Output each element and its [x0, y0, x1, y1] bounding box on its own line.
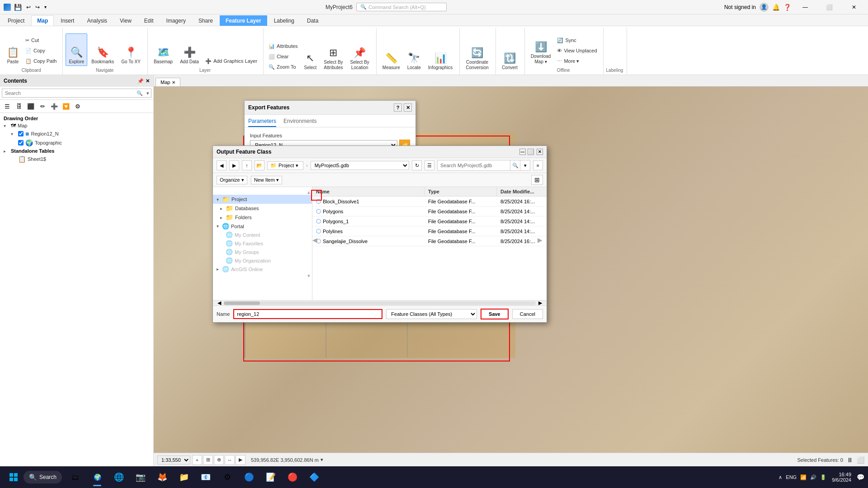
- add-data-button[interactable]: ➕ Add Data: [177, 33, 202, 66]
- grid-view-btn[interactable]: ⊞: [531, 175, 543, 185]
- dialog-minimize-btn[interactable]: —: [519, 149, 526, 155]
- taskbar-chevron-icon[interactable]: ∧: [778, 474, 782, 480]
- add-map-tool[interactable]: +: [192, 455, 202, 465]
- taskbar-item-mail[interactable]: 📧: [196, 467, 216, 487]
- explore-button[interactable]: 🔍 Explore: [66, 33, 87, 66]
- quick-access-save[interactable]: 💾: [13, 3, 23, 12]
- taskbar-clock[interactable]: 16:49 9/6/2024: [832, 472, 851, 483]
- minimize-button[interactable]: —: [795, 0, 816, 14]
- taskbar-item-firefox[interactable]: 🦊: [152, 467, 172, 487]
- cancel-button[interactable]: Cancel: [512, 309, 543, 319]
- status-expand-btn[interactable]: ⬜: [857, 456, 864, 464]
- layer-item-sheet1[interactable]: 📋 Sheet1$: [2, 155, 151, 164]
- taskbar-item-app2[interactable]: 🔵: [239, 467, 259, 487]
- copy-path-button[interactable]: 📋 Copy Path: [23, 56, 59, 66]
- tree-item-my-groups[interactable]: 🌐 My Groups: [213, 248, 312, 256]
- paste-button[interactable]: 📋 Paste: [4, 33, 22, 66]
- taskbar-notification-icon[interactable]: 💬: [857, 474, 864, 481]
- gdb-path-select[interactable]: MyProject5.gdb: [311, 161, 409, 170]
- taskbar-speaker-icon[interactable]: 🔊: [810, 474, 816, 480]
- export-tab-parameters[interactable]: Parameters: [248, 117, 276, 127]
- scroll-left-btn[interactable]: ◀: [215, 300, 224, 306]
- type-select[interactable]: Feature Classes (All Types) Geodatabase …: [386, 309, 477, 319]
- forward-btn[interactable]: ▶: [229, 160, 239, 170]
- search-path-btn[interactable]: 🔍: [510, 160, 520, 170]
- notifications-icon[interactable]: 🔔: [772, 4, 780, 11]
- layer-item-topographic[interactable]: 🌍 Topographic: [2, 138, 151, 147]
- coordinates-dropdown[interactable]: ▾: [321, 457, 323, 463]
- pause-btn[interactable]: ⏸: [847, 456, 853, 464]
- taskbar-search[interactable]: 🔍 Search: [24, 471, 62, 483]
- map-view[interactable]: Export Features ? ✕ Parameters Environme…: [154, 87, 868, 453]
- taskbar-item-edge[interactable]: 🌐: [109, 467, 129, 487]
- grid-map-tool[interactable]: ⊞: [203, 455, 213, 465]
- search-path-input[interactable]: [438, 162, 510, 169]
- taskbar-item-word[interactable]: 📝: [261, 467, 281, 487]
- tree-item-arcgis-online[interactable]: ▸ 🌐 ArcGIS Online: [213, 265, 312, 273]
- measure-button[interactable]: 📏 Measure: [379, 39, 403, 72]
- filter-tool-btn[interactable]: 🔽: [61, 101, 71, 112]
- taskbar-item-app4[interactable]: 🔷: [304, 467, 324, 487]
- layer-item-map[interactable]: ▾ 🗺 Map: [2, 122, 151, 129]
- list-view-btn[interactable]: ☰: [2, 101, 13, 112]
- tree-item-my-content[interactable]: 🌐 My Content: [213, 230, 312, 239]
- topographic-checkbox[interactable]: [18, 140, 24, 145]
- infographics-button[interactable]: 📊 Infographics: [425, 39, 456, 72]
- path-settings-btn[interactable]: ☰: [425, 160, 434, 170]
- file-row-1[interactable]: ⬡ Block_Dissolve1 File Geodatabase F... …: [312, 197, 547, 206]
- tab-data[interactable]: Data: [301, 15, 324, 26]
- taskbar-item-explorer[interactable]: 🗂: [66, 467, 85, 487]
- sync-button[interactable]: 🔄 Sync: [555, 35, 599, 45]
- tree-item-project[interactable]: ▾ 📁 Project: [213, 195, 312, 204]
- next-map-tool[interactable]: ▶: [236, 455, 245, 465]
- project-path-dropdown[interactable]: 📁 Project ▾: [267, 161, 303, 170]
- view-unplaced-button[interactable]: 👁 View Unplaced: [555, 46, 599, 56]
- layer-item-region12n[interactable]: ▾ ■ Region12_N: [2, 129, 151, 138]
- dialog-maximize-btn[interactable]: ⬜: [528, 149, 534, 155]
- go-to-xy-button[interactable]: 📍 Go To XY: [118, 33, 144, 66]
- add-tool-btn[interactable]: ➕: [49, 101, 60, 112]
- taskbar-wifi-icon[interactable]: 📶: [800, 474, 807, 480]
- file-row-4[interactable]: ⬡ Polylines File Geodatabase F... 8/25/2…: [312, 226, 547, 236]
- file-list-scroll-right[interactable]: ▶: [538, 236, 547, 244]
- save-button[interactable]: Save: [481, 309, 509, 319]
- settings-tool-btn[interactable]: ⚙: [72, 101, 83, 112]
- help-icon[interactable]: ❓: [783, 4, 791, 11]
- close-button[interactable]: ✕: [844, 0, 864, 14]
- layer-item-standalone-tables[interactable]: ▸ Standalone Tables: [2, 147, 151, 155]
- edit-tool-btn[interactable]: ✏: [37, 101, 48, 112]
- copy-button[interactable]: 📄 Copy: [23, 46, 59, 56]
- basemap-button[interactable]: 🗺️ Basemap: [151, 33, 176, 66]
- taskbar-battery-icon[interactable]: 🔋: [820, 474, 826, 480]
- taskbar-item-app1[interactable]: ⚙: [217, 467, 237, 487]
- cut-button[interactable]: ✂ Cut: [23, 35, 59, 45]
- start-button[interactable]: [4, 467, 24, 487]
- taskbar-item-app3[interactable]: 🔴: [283, 467, 302, 487]
- maximize-button[interactable]: ⬜: [819, 0, 840, 14]
- taskbar-item-files[interactable]: 📁: [174, 467, 194, 487]
- name-field-input[interactable]: [233, 309, 382, 319]
- tree-item-folders[interactable]: ▸ 📁 Folders: [213, 213, 312, 222]
- tab-insert[interactable]: Insert: [55, 15, 80, 26]
- quick-access-more[interactable]: ▾: [43, 4, 48, 10]
- taskbar-item-arcgis[interactable]: 🌍: [87, 467, 107, 487]
- doc-tab-map-close[interactable]: ✕: [172, 80, 175, 85]
- scroll-right-btn[interactable]: ▶: [536, 300, 545, 306]
- doc-tab-map[interactable]: Map ✕: [156, 78, 180, 86]
- cylinder-icon[interactable]: 🗄: [14, 101, 24, 112]
- tab-share[interactable]: Share: [193, 15, 219, 26]
- sidebar-search-input[interactable]: [2, 89, 135, 97]
- locate-button[interactable]: 🔭 Locate: [404, 39, 424, 72]
- layers-icon[interactable]: ⬛: [25, 101, 36, 112]
- add-graphics-layer-button[interactable]: ➕ Add Graphics Layer: [203, 56, 259, 66]
- tab-edit[interactable]: Edit: [138, 15, 160, 26]
- hscroll-thumb[interactable]: [224, 301, 260, 305]
- convert-button[interactable]: 🔃 Convert: [499, 39, 521, 72]
- export-close-btn[interactable]: ✕: [404, 103, 412, 112]
- quick-access-undo[interactable]: ↩: [25, 3, 32, 11]
- tree-item-my-org[interactable]: 🌐 My Organization: [213, 256, 312, 265]
- user-avatar[interactable]: 👤: [760, 3, 769, 12]
- tree-scroll-down[interactable]: ▼: [307, 273, 311, 278]
- taskbar-item-photoshop[interactable]: 📷: [131, 467, 151, 487]
- clear-button[interactable]: ⬜ Clear: [266, 52, 300, 61]
